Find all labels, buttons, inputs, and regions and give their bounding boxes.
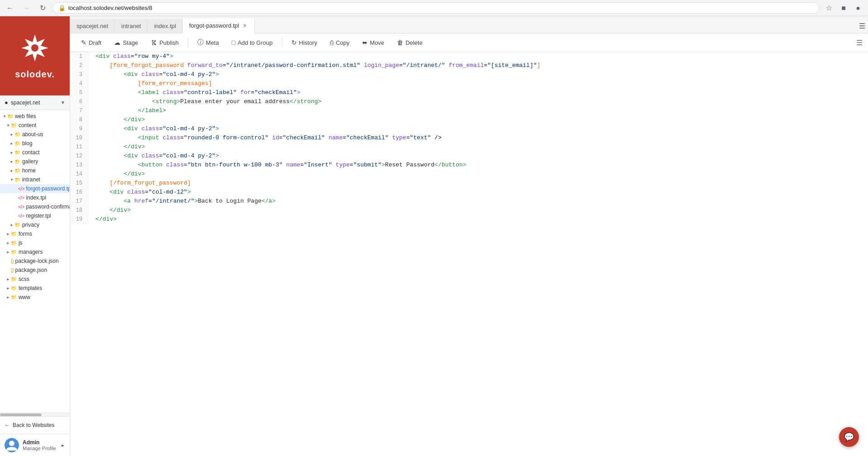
tree-label: managers: [19, 249, 43, 255]
refresh-button[interactable]: ↻: [36, 2, 49, 14]
tab-intranet[interactable]: intranet: [115, 19, 148, 33]
tab-spacejet[interactable]: spacejet.net: [70, 19, 115, 33]
tree-item-www[interactable]: ► 📁 www: [0, 293, 70, 302]
tree-label: www: [19, 294, 30, 300]
tree-label: package.json: [15, 267, 48, 273]
code-line: 14 </div>: [70, 170, 868, 179]
tabs-bar: spacejet.net intranet index.tpl forgot-p…: [70, 16, 868, 33]
code-line: 9 <div class="col-md-4 py-2">: [70, 124, 868, 133]
tree-item-blog[interactable]: ► 📁 blog: [0, 139, 70, 148]
move-label: Move: [370, 39, 384, 46]
history-button[interactable]: ↻ History: [286, 37, 323, 48]
code-line: 15 [/form_forgot_password]: [70, 179, 868, 188]
draft-icon: ✎: [81, 39, 86, 46]
code-line: 8 </div>: [70, 115, 868, 124]
folder-icon: 📁: [14, 159, 21, 165]
tree-item-forgot-password[interactable]: ► </> forgot-password.tp: [0, 184, 70, 193]
tree-item-index-tpl[interactable]: ► </> index.tpl: [0, 193, 70, 202]
draft-label: Draft: [89, 39, 101, 46]
tree-item-gallery[interactable]: ► 📁 gallery: [0, 157, 70, 166]
tree-item-managers[interactable]: ► 📁 managers: [0, 247, 70, 256]
tree-item-package-lock[interactable]: ► {} package-lock.json: [0, 256, 70, 266]
tree-item-home[interactable]: ► 📁 home: [0, 166, 70, 175]
svg-point-2: [9, 441, 14, 446]
logo-icon: [19, 32, 51, 67]
file-icon: </>: [18, 195, 24, 200]
folder-icon: 📁: [11, 285, 17, 291]
admin-section[interactable]: Admin Manage Profile ►: [0, 434, 70, 456]
expand-arrow: ►: [6, 295, 10, 299]
scrollbar-thumb: [0, 413, 42, 416]
admin-info: Admin Manage Profile: [23, 439, 61, 451]
add-to-group-button[interactable]: □ Add to Group: [226, 37, 278, 48]
folder-icon: 📁: [14, 222, 21, 228]
tree-label: scss: [19, 276, 29, 282]
copy-button[interactable]: ⎙ Copy: [324, 37, 355, 48]
code-editor[interactable]: 1 <div class="row my-4"> 2 [form_forgot_…: [70, 52, 868, 456]
admin-avatar: [5, 438, 19, 452]
expand-arrow: ►: [6, 232, 10, 236]
folder-icon: 📁: [11, 294, 17, 300]
stage-button[interactable]: ☁ Stage: [109, 37, 143, 48]
back-to-websites-link[interactable]: ← Back to Websites: [0, 417, 70, 434]
tree-item-templates[interactable]: ► 📁 templates: [0, 284, 70, 293]
tree-label: package-lock.json: [15, 258, 59, 264]
tree-label: templates: [19, 285, 42, 291]
tree-label: intranet: [22, 176, 40, 183]
sidebar: solodev. ● spacejet.net ▼ ▼ 📁 web files …: [0, 16, 70, 456]
tree-item-content[interactable]: ▼ 📁 content: [0, 121, 70, 130]
tree-item-js[interactable]: ► 📁 js: [0, 238, 70, 247]
move-button[interactable]: ⬌ Move: [357, 37, 390, 48]
publish-button[interactable]: ⛕ Publish: [145, 37, 184, 48]
meta-label: Meta: [206, 39, 219, 46]
tree-item-package-json[interactable]: ► {} package.json: [0, 266, 70, 275]
tree-item-scss[interactable]: ► 📁 scss: [0, 275, 70, 284]
tab-index-tpl[interactable]: index.tpl: [148, 19, 182, 33]
expand-arrow: ►: [10, 151, 14, 155]
folder-icon: 📁: [11, 231, 17, 237]
extension-button[interactable]: ■: [837, 2, 850, 14]
tree-item-contact[interactable]: ► 📁 contact: [0, 148, 70, 157]
expand-arrow: ►: [6, 250, 10, 254]
browser-chrome: ← → ↻ 🔒 localhost.solodev.net/websites/8…: [0, 0, 868, 16]
tree-item-intranet[interactable]: ▼ 📁 intranet: [0, 175, 70, 184]
trash-icon: 🗑: [397, 39, 403, 46]
panel-icon[interactable]: ☰: [856, 39, 863, 47]
delete-label: Delete: [405, 39, 423, 46]
tree-item-register[interactable]: ► </> register.tpl: [0, 211, 70, 220]
sidebar-bottom: ← Back to Websites Admin Manage Profile …: [0, 416, 70, 456]
code-line: 1 <div class="row my-4">: [70, 52, 868, 61]
account-button[interactable]: ●: [852, 2, 864, 14]
draft-button[interactable]: ✎ Draft: [76, 37, 107, 48]
tree-item-forms[interactable]: ► 📁 forms: [0, 229, 70, 238]
tabs-menu-icon[interactable]: ☰: [859, 22, 865, 30]
tabs-actions: ☰: [856, 19, 868, 33]
sidebar-scrollbar[interactable]: [0, 413, 70, 416]
meta-button[interactable]: ⓘ Meta: [192, 36, 224, 49]
tab-forgot-password[interactable]: forgot-password.tpl ✕: [183, 19, 255, 33]
tree-item-privacy[interactable]: ► 📁 privacy: [0, 220, 70, 229]
tree-item-web-files[interactable]: ▼ 📁 web files: [0, 112, 70, 121]
site-selector[interactable]: ● spacejet.net ▼: [0, 95, 70, 110]
tab-label: forgot-password.tpl: [189, 22, 239, 29]
file-tree: ▼ 📁 web files ▼ 📁 content ► 📁 about-us: [0, 110, 70, 413]
chevron-down-icon: ▼: [61, 100, 65, 105]
bookmark-button[interactable]: ☆: [823, 2, 835, 14]
expand-arrow: ▼: [6, 124, 10, 128]
tab-close-icon[interactable]: ✕: [242, 23, 248, 29]
expand-arrow: ▼: [10, 178, 14, 182]
tree-item-about-us[interactable]: ► 📁 about-us: [0, 130, 70, 139]
chat-bubble[interactable]: 💬: [839, 427, 859, 447]
admin-name: Admin: [23, 439, 61, 446]
app-layout: solodev. ● spacejet.net ▼ ▼ 📁 web files …: [0, 16, 868, 456]
forward-button[interactable]: →: [20, 2, 33, 14]
folder-icon: 📁: [7, 114, 14, 119]
code-line: 12 <div class="col-md-4 py-2">: [70, 152, 868, 161]
expand-arrow: ►: [10, 223, 14, 227]
tree-label: home: [22, 167, 36, 174]
back-button[interactable]: ←: [4, 2, 16, 14]
meta-icon: ⓘ: [197, 38, 204, 47]
tree-item-password-confirm[interactable]: ► </> password-confirma...: [0, 202, 70, 211]
delete-button[interactable]: 🗑 Delete: [391, 37, 428, 48]
globe-icon: ●: [5, 99, 8, 106]
